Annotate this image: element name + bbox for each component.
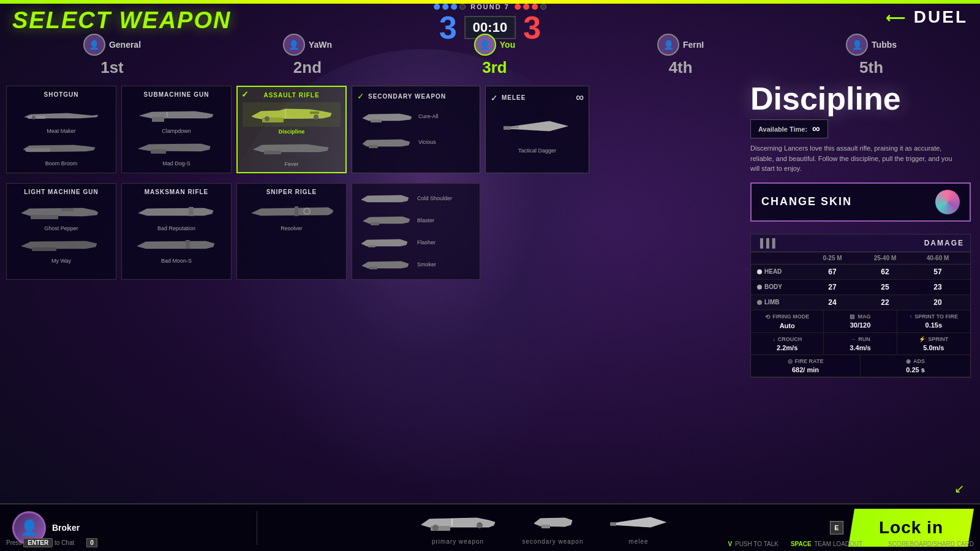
sprint-icon: ⚡ [919,336,925,342]
secondary-weapon-label: SECONDARY WEAPON [368,93,446,100]
player-general: 👤 General 1st [83,34,141,77]
dot-empty-2 [540,4,546,10]
ghost-pepper-name: Ghost Pepper [12,225,111,231]
weapon-sniper[interactable]: SNIPER RIGLE Resolver [236,183,347,280]
svg-rect-23 [368,245,375,247]
round-label: ROUND 7 [470,3,510,10]
bad-moon-name: Bad Moon-S [127,258,226,264]
arrow-down-icon: ↙ [954,481,965,496]
bottom-weapons-row: primary weapon secondary weapon melee [257,511,830,545]
weapon-assault-rifle[interactable]: ✓ ASSAULT RIFLE Discipline Fev [236,86,347,173]
svg-rect-8 [310,111,319,114]
bottom-secondary-label: secondary weapon [522,538,584,545]
weapon-flasher[interactable]: Flasher [356,231,476,253]
vicious-name: Vicious [418,139,436,145]
dot-blue-2 [442,4,448,10]
available-time-value: ∞ [812,122,820,135]
part-col-header [757,255,806,261]
svg-rect-24 [369,267,377,269]
bottom-melee-label: melee [628,538,648,545]
dot-empty-1 [459,4,466,10]
right-info-panel: Discipline Available Time: ∞ Discerning … [750,83,971,378]
marksman-label: MASKSMAN RIFLE [127,189,226,195]
firing-mode-value: Auto [756,322,818,329]
cure-all-name: Cure-All [418,113,439,119]
firing-mode-cell: ⟲ FIRING MODE Auto [751,310,824,332]
ads-icon: ◉ [906,358,911,364]
boom-broom-img [12,134,111,159]
player-yawn-rank: 2nd [293,58,322,77]
head-dmg-2: 62 [859,268,911,276]
bad-moon-img [127,231,226,256]
assault-rifle-label: ASSAULT RIFLE [243,92,341,99]
maddog-img [127,134,226,159]
crouch-cell: ↓ CROUCH 2.2m/s [751,333,824,354]
limb-dmg-3: 20 [911,298,964,307]
lmg-label: LIGHT MACHINE GUN [12,189,111,195]
smoker-label: Smoker [417,261,436,268]
boom-broom-name: Boom Broom [12,160,111,167]
player-you-avatar: 👤 [474,34,496,56]
firing-mode-row: ⟲ FIRING MODE Auto ▤ MAG 30/120 ↑ SPRINT… [751,310,970,333]
weapon-shotgun[interactable]: SHOTGUN Meat Maker Boom Broom [6,86,116,173]
svg-point-1 [32,116,36,119]
svg-rect-2 [26,148,50,152]
red-dots [514,4,546,10]
stats-table: ▐▐▐ DAMAGE 0-25 M 25-40 M 40-60 M HEAD 6… [750,234,971,378]
limb-label: LIMB [764,299,779,305]
weapon-cold-shoulder[interactable]: Cold Shoulder [356,187,476,209]
dot-red-2 [523,4,529,10]
weapon-lmg[interactable]: LIGHT MACHINE GUN Ghost Pepper My Way [6,183,116,280]
scoreboard-hint: Tab SCOREBOARD/SHARD CARD [875,541,974,547]
change-skin-button[interactable]: CHANGE SKIN [750,182,971,222]
clampdown-img [127,102,226,126]
stats-columns-header: 0-25 M 25-40 M 40-60 M [751,252,970,264]
resolver-img [242,199,341,223]
sprint-fire-icon: ↑ [910,313,913,320]
movement-row: ↓ CROUCH 2.2m/s → RUN 3.4m/s ⚡ SPRINT 5.… [751,333,970,355]
ads-label: ADS [913,358,925,364]
meat-maker-img [12,102,111,126]
resolver-name: Resolver [242,225,341,231]
weapon-description: Discerning Lancers love this assault rif… [750,143,959,174]
sprint-fire-label: SPRINT TO FIRE [914,313,958,320]
meat-maker-name: Meat Maker [12,128,111,134]
body-damage-row: BODY 27 25 23 [751,280,970,295]
weapon-smg[interactable]: SUBMACHINE GUN Clampdown Mad Dog-S [121,86,232,173]
svg-rect-22 [371,222,379,225]
player-fernl-name: FernI [683,40,704,50]
sprint-value: 5.0m/s [902,344,965,351]
secondary-weapons-extended: Cold Shoulder Blaster Flasher [352,183,480,280]
weapon-marksman[interactable]: MASKSMAN RIFLE Bad Reputation Bad Moon-S [121,183,232,280]
svg-rect-3 [152,117,164,122]
player-yawn-avatar: 👤 [283,34,305,56]
player-tubbs-rank: 5th [859,58,883,77]
player-fernl-rank: 4th [669,58,693,77]
rate-row: ◎ FIRE RATE 682/ min ◉ ADS 0.25 s [751,355,970,377]
broker-name: Broker [52,523,80,533]
player-you-name: You [500,40,515,50]
melee-panel: ✓ MELEE ∞ Tactical Dagger [485,86,589,173]
weapon-blaster[interactable]: Blaster [356,209,476,231]
weapon-name: Discipline [750,83,971,114]
dot-blue-1 [434,4,440,10]
limb-dot [757,300,762,305]
player-tubbs-name: Tubbs [872,40,897,50]
weapon-smoker[interactable]: Smoker [356,253,476,276]
limb-dmg-1: 24 [806,298,859,307]
run-label: RUN [858,336,870,342]
svg-rect-15 [31,215,58,219]
smg-label: SUBMACHINE GUN [127,91,226,98]
body-dmg-2: 25 [859,283,911,291]
skin-preview-icon [935,190,960,214]
player-general-avatar: 👤 [83,34,105,56]
discipline-name: Discipline [243,129,341,135]
weapon-cure-all[interactable]: Cure-All [357,105,475,128]
bottom-melee-slot: melee [608,511,669,545]
svg-rect-12 [371,119,382,122]
ads-value: 0.25 s [865,366,965,373]
weapon-vicious[interactable]: Vicious [357,130,475,154]
limb-damage-row: LIMB 24 22 20 [751,295,970,310]
svg-rect-13 [369,145,378,148]
blaster-label: Blaster [417,217,434,223]
